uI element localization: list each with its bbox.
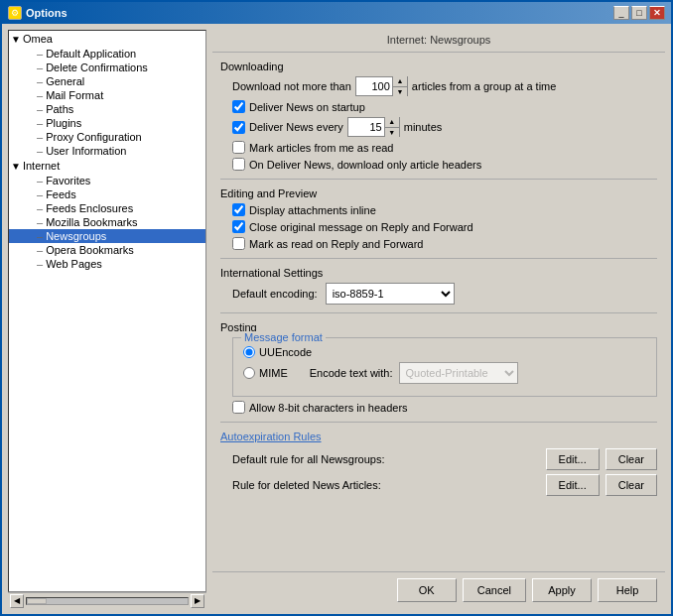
encode-text-select[interactable]: Quoted-Printable Base64	[399, 362, 518, 384]
sidebar-item-web-pages[interactable]: – Web Pages	[9, 257, 205, 271]
on-deliver-checkbox[interactable]	[232, 158, 245, 171]
sidebar-item-internet[interactable]: ▼ Internet	[9, 158, 205, 174]
uuencode-label[interactable]: UUEncode	[243, 346, 312, 358]
spinner-down-button[interactable]: ▼	[385, 128, 399, 138]
mark-as-read-checkbox[interactable]	[232, 237, 245, 250]
sidebar-item-label: Mail Format	[46, 89, 103, 101]
apply-button[interactable]: Apply	[532, 578, 592, 602]
sidebar-item-delete-confirmations[interactable]: – Delete Confirmations	[9, 61, 205, 74]
mark-articles-row: Mark articles from me as read	[232, 141, 657, 154]
sidebar-item-label: Default Application	[46, 48, 136, 60]
minimize-button[interactable]: _	[613, 6, 629, 20]
sidebar-item-label: Opera Bookmarks	[46, 244, 134, 256]
dash-icon: –	[37, 48, 43, 60]
spinner-buttons: ▲ ▼	[384, 117, 399, 137]
close-original-checkbox[interactable]	[232, 220, 245, 233]
window-icon: ⚙	[8, 6, 22, 20]
deliver-startup-checkbox[interactable]	[232, 100, 245, 113]
close-original-label[interactable]: Close original message on Reply and Forw…	[232, 220, 473, 233]
scroll-right-button[interactable]: ▶	[191, 594, 204, 608]
expander-internet[interactable]: ▼	[11, 161, 21, 172]
sidebar-item-paths[interactable]: – Paths	[9, 102, 205, 116]
sidebar-item-favorites[interactable]: – Favorites	[9, 174, 205, 187]
editing-label: Editing and Preview	[220, 187, 657, 199]
sidebar-item-label: Paths	[46, 103, 73, 115]
sidebar-item-user-information[interactable]: – User Information	[9, 144, 205, 158]
window-controls: _ □ ✕	[613, 6, 665, 20]
allow-8bit-label[interactable]: Allow 8-bit characters in headers	[232, 401, 408, 414]
close-button[interactable]: ✕	[649, 6, 665, 20]
deliver-every-input[interactable]	[348, 118, 384, 136]
editing-content: Display attachments inline Close origina…	[220, 203, 657, 250]
deliver-startup-label[interactable]: Deliver News on startup	[232, 100, 365, 113]
uuencode-row: UUEncode	[243, 346, 646, 358]
panel-body: Downloading Download not more than ▲ ▼	[212, 61, 665, 571]
cancel-button[interactable]: Cancel	[463, 578, 526, 602]
deleted-rule-edit-button[interactable]: Edit...	[546, 474, 600, 496]
spinner-buttons: ▲ ▼	[392, 76, 407, 96]
display-attachments-label[interactable]: Display attachments inline	[232, 203, 376, 216]
mark-as-read-label[interactable]: Mark as read on Reply and Forward	[232, 237, 423, 250]
sidebar-item-proxy-configuration[interactable]: – Proxy Configuration	[9, 130, 205, 144]
sidebar-item-feeds[interactable]: – Feeds	[9, 187, 205, 201]
sidebar-item-feeds-enclosures[interactable]: – Feeds Enclosures	[9, 201, 205, 215]
default-rule-edit-button[interactable]: Edit...	[546, 448, 600, 470]
deliver-every-label[interactable]: Deliver News every	[232, 121, 343, 134]
deliver-every-row: Deliver News every ▲ ▼ minutes	[232, 117, 657, 137]
main-panel: Internet: Newsgroups Downloading Downloa…	[212, 30, 665, 608]
spinner-up-button[interactable]: ▲	[393, 76, 407, 87]
spinner-down-button[interactable]: ▼	[393, 87, 407, 97]
expander-omea[interactable]: ▼	[11, 34, 21, 45]
ok-button[interactable]: OK	[397, 578, 457, 602]
button-bar: OK Cancel Apply Help	[212, 571, 665, 608]
close-original-row: Close original message on Reply and Forw…	[232, 220, 657, 233]
allow-8bit-checkbox[interactable]	[232, 401, 245, 414]
maximize-button[interactable]: □	[631, 6, 647, 20]
download-limit-spinner[interactable]: ▲ ▼	[355, 76, 408, 96]
mark-articles-label[interactable]: Mark articles from me as read	[232, 141, 393, 154]
sidebar-item-general[interactable]: – General	[9, 74, 205, 88]
spinner-up-button[interactable]: ▲	[385, 117, 399, 128]
default-rule-clear-button[interactable]: Clear	[606, 448, 657, 470]
sidebar-item-plugins[interactable]: – Plugins	[9, 116, 205, 130]
help-button[interactable]: Help	[598, 578, 657, 602]
mime-label[interactable]: MIME	[243, 367, 288, 379]
content-area: ▼ Omea – Default Application – Delete Co…	[2, 24, 671, 614]
mark-as-read-row: Mark as read on Reply and Forward	[232, 237, 657, 250]
sidebar-item-default-application[interactable]: – Default Application	[9, 47, 205, 61]
title-bar: ⚙ Options _ □ ✕	[2, 2, 671, 24]
tree-panel[interactable]: ▼ Omea – Default Application – Delete Co…	[8, 30, 206, 592]
scroll-thumb[interactable]	[27, 598, 47, 604]
sidebar-item-label: Feeds Enclosures	[46, 202, 133, 214]
mark-articles-checkbox[interactable]	[232, 141, 245, 154]
editing-section: Editing and Preview Display attachments …	[220, 187, 657, 250]
deleted-rule-clear-button[interactable]: Clear	[606, 474, 657, 496]
scroll-track[interactable]	[26, 597, 189, 605]
encoding-select[interactable]: iso-8859-1 UTF-8 windows-1252	[326, 283, 455, 305]
tree-hscrollbar[interactable]: ◀ ▶	[8, 592, 206, 608]
dash-icon: –	[37, 258, 43, 270]
display-attachments-row: Display attachments inline	[232, 203, 657, 216]
scroll-left-button[interactable]: ◀	[10, 594, 24, 608]
sidebar-item-mail-format[interactable]: – Mail Format	[9, 88, 205, 102]
international-section: International Settings Default encoding:…	[220, 267, 657, 305]
deliver-every-spinner[interactable]: ▲ ▼	[347, 117, 400, 137]
deliver-every-checkbox[interactable]	[232, 121, 245, 134]
mime-radio[interactable]	[243, 367, 255, 379]
sidebar-item-label: Feeds	[46, 188, 76, 200]
on-deliver-label[interactable]: On Deliver News, download only article h…	[232, 158, 481, 171]
download-limit-input[interactable]	[356, 77, 392, 95]
sidebar-item-opera-bookmarks[interactable]: – Opera Bookmarks	[9, 243, 205, 257]
display-attachments-checkbox[interactable]	[232, 203, 245, 216]
downloading-section: Downloading Download not more than ▲ ▼	[220, 61, 657, 171]
download-limit-label: Download not more than	[232, 80, 351, 92]
uuencode-radio[interactable]	[243, 346, 255, 358]
downloading-label: Downloading	[220, 61, 657, 72]
sidebar-item-label-internet: Internet	[23, 160, 60, 172]
sidebar-item-newsgroups[interactable]: – Newsgroups	[9, 229, 205, 243]
downloading-content: Download not more than ▲ ▼ articles from…	[220, 76, 657, 171]
dash-icon: –	[37, 216, 43, 228]
autoexpiration-link[interactable]: Autoexpiration Rules	[220, 431, 322, 442]
sidebar-item-mozilla-bookmarks[interactable]: – Mozilla Bookmarks	[9, 215, 205, 229]
sidebar-item-omea[interactable]: ▼ Omea	[9, 31, 205, 47]
